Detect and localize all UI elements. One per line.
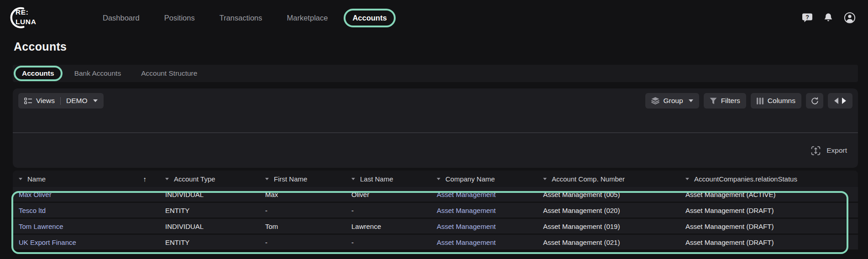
group-layers-icon [651,97,659,104]
refresh-icon [810,97,819,105]
table-header-row: Name ↑ Account Type First Name Last Name… [13,171,858,187]
user-avatar-icon[interactable] [843,11,856,24]
next-arrow-icon[interactable] [842,98,846,104]
column-menu-icon[interactable] [543,178,547,180]
column-header-relation-status[interactable]: AccountCompanies.relationStatus [680,175,858,183]
top-navigation-bar: RE: LUNA Dashboard Positions Transaction… [0,0,868,36]
sort-asc-icon[interactable]: ↑ [143,175,147,183]
column-menu-icon[interactable] [437,178,440,180]
cell-name[interactable]: UK Export Finance [13,238,159,246]
table-toolbar-panel: Views DEMO Group Filters [13,88,858,168]
nav-item-accounts[interactable]: Accounts [344,9,395,27]
cell-relation-status: Asset Management (DRAFT) [680,223,858,230]
toolbar-row: Views DEMO Group Filters [13,88,858,132]
columns-button[interactable]: Columns [751,93,801,109]
cell-account-comp-number: Asset Management (019) [537,223,680,230]
tab-accounts[interactable]: Accounts [14,66,63,81]
column-label: First Name [274,175,307,183]
column-header-last-name[interactable]: Last Name [345,175,431,183]
prev-arrow-icon[interactable] [834,98,838,104]
pagination-arrows-button[interactable] [828,93,852,109]
filter-funnel-icon [710,98,717,104]
chevron-down-icon [93,99,98,102]
cell-first-name: Max [259,191,345,198]
toolbar-right-buttons: Group Filters Columns [645,93,852,109]
notifications-bell-icon[interactable] [823,12,834,23]
cell-name[interactable]: Max Oliver [13,191,159,198]
cell-first-name: Tom [259,223,345,230]
refresh-button[interactable] [806,93,823,109]
main-nav: Dashboard Positions Transactions Marketp… [94,9,396,27]
column-menu-icon[interactable] [165,178,169,180]
cell-account-type: INDIVIDUAL [159,223,259,230]
cell-account-type: INDIVIDUAL [159,191,259,198]
tab-account-structure[interactable]: Account Structure [133,66,205,81]
cell-account-type: ENTITY [159,207,259,214]
group-label: Group [664,97,683,105]
cell-account-type: ENTITY [159,238,259,246]
cell-first-name: - [259,238,345,246]
table-row[interactable]: UK Export Finance ENTITY - - Asset Manag… [13,235,858,249]
column-label: AccountCompanies.relationStatus [694,175,797,183]
tab-bank-accounts[interactable]: Bank Accounts [66,66,130,81]
export-icon [811,146,821,155]
cell-company-name[interactable]: Asset Management [431,207,537,214]
views-button-divider [60,97,61,105]
column-header-name[interactable]: Name ↑ [13,175,159,183]
cell-relation-status: Asset Management (DRAFT) [680,207,858,214]
cell-last-name: - [345,238,431,246]
cell-name[interactable]: Tesco ltd [13,207,159,214]
columns-label: Columns [768,97,795,105]
nav-item-transactions[interactable]: Transactions [211,9,271,27]
table-row[interactable]: Tom Lawrence INDIVIDUAL Tom Lawrence Ass… [13,219,858,233]
cell-account-comp-number: Asset Management (021) [537,238,680,246]
column-label: Account Comp. Number [552,175,625,183]
views-list-icon [24,98,32,104]
cell-last-name: Lawrence [345,223,431,230]
column-menu-icon[interactable] [265,178,269,180]
export-label: Export [826,146,847,155]
table-row[interactable]: Tesco ltd ENTITY - - Asset Management As… [13,203,858,218]
export-row: Export [13,133,858,168]
cell-relation-status: Asset Management (DRAFT) [680,238,858,246]
views-label: Views [36,97,55,105]
column-header-first-name[interactable]: First Name [259,175,345,183]
export-button[interactable]: Export [811,146,847,155]
column-label: Company Name [445,175,495,183]
filters-label: Filters [721,97,740,105]
column-menu-icon[interactable] [351,178,355,180]
column-menu-icon[interactable] [685,178,689,180]
table-row[interactable]: Max Oliver INDIVIDUAL Max Oliver Asset M… [13,187,858,202]
column-header-account-type[interactable]: Account Type [159,175,259,183]
table-body: Max Oliver INDIVIDUAL Max Oliver Asset M… [13,187,858,249]
cell-name[interactable]: Tom Lawrence [13,223,159,230]
cell-account-comp-number: Asset Management (005) [537,191,680,198]
svg-text:?: ? [805,14,809,21]
accounts-tabstrip: Accounts Bank Accounts Account Structure [13,65,858,82]
help-icon[interactable]: ? [801,12,813,24]
column-header-account-comp-number[interactable]: Account Comp. Number [537,175,680,183]
views-selected-value: DEMO [66,97,88,105]
nav-item-dashboard[interactable]: Dashboard [94,9,148,27]
cell-account-comp-number: Asset Management (020) [537,207,680,214]
nav-item-positions[interactable]: Positions [156,9,204,27]
cell-first-name: - [259,207,345,214]
logo-text: RE: LUNA [16,8,36,27]
column-label: Account Type [174,175,215,183]
column-label: Last Name [360,175,393,183]
cell-company-name[interactable]: Asset Management [431,223,537,230]
columns-icon [757,98,763,104]
filters-button[interactable]: Filters [704,93,746,109]
reluna-logo[interactable]: RE: LUNA [8,5,94,30]
cell-company-name[interactable]: Asset Management [431,191,537,198]
column-label: Name [27,175,46,183]
column-menu-icon[interactable] [19,178,22,180]
page-title: Accounts [14,40,868,53]
cell-company-name[interactable]: Asset Management [431,238,537,246]
views-dropdown-button[interactable]: Views DEMO [18,93,104,109]
column-header-company-name[interactable]: Company Name [431,175,537,183]
chevron-down-icon [689,99,693,102]
cell-last-name: Oliver [345,191,431,198]
nav-item-marketplace[interactable]: Marketplace [278,9,337,27]
group-button[interactable]: Group [645,93,699,109]
